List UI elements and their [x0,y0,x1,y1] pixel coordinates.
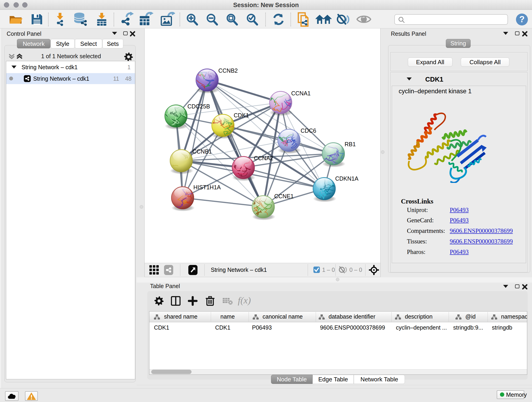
svg-text:?: ? [519,14,525,24]
